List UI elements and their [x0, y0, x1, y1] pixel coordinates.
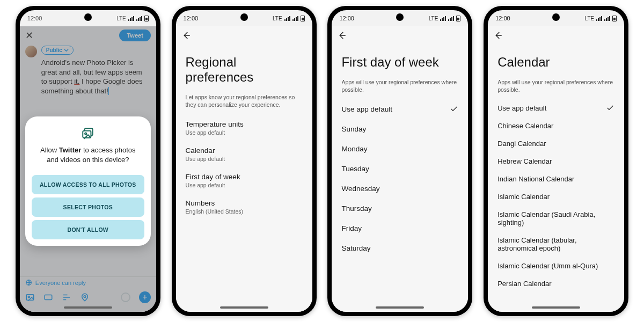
status-time: 12:00: [27, 15, 42, 21]
option-list: Use app defaultSundayMondayTuesdayWednes…: [332, 98, 468, 258]
permission-title-app: Twitter: [59, 146, 82, 154]
option-label: Chinese Calendar: [497, 122, 553, 130]
camera-notch: [552, 13, 560, 21]
status-net: LTE: [116, 16, 126, 21]
gesture-bar[interactable]: [532, 306, 580, 309]
status-right: LTE: [429, 16, 461, 21]
status-net: LTE: [429, 16, 438, 21]
signal-icon: [596, 16, 602, 21]
option-label: Islamic Calendar (tabular, astronomical …: [497, 236, 614, 252]
option-row[interactable]: Indian National Calendar: [488, 170, 624, 188]
option-label: Indian National Calendar: [497, 175, 574, 183]
back-button[interactable]: [176, 26, 312, 42]
back-button[interactable]: [488, 26, 624, 42]
check-icon: [606, 104, 614, 112]
setting-item-numbers[interactable]: Numbers English (United States): [176, 194, 312, 220]
page-subtitle: Apps will use your regional preferences …: [488, 78, 624, 98]
screen-2: 12:00 LTE Regional preferences Let apps …: [176, 10, 312, 312]
option-row[interactable]: Wednesday: [332, 179, 468, 199]
phone-4: 12:00 LTE Calendar Apps will use your re…: [484, 6, 628, 316]
option-row[interactable]: Islamic Calendar (Umm al-Qura): [488, 257, 624, 275]
option-label: Sunday: [341, 125, 366, 133]
arrow-back-icon: [337, 31, 347, 40]
signal-icon: [440, 16, 446, 21]
signal-icon: [128, 16, 134, 21]
setting-label: Temperature units: [186, 120, 303, 128]
page-title: Calendar: [488, 42, 624, 78]
option-row[interactable]: Use app default: [332, 99, 468, 119]
option-row[interactable]: Tuesday: [332, 159, 468, 179]
setting-item-temperature[interactable]: Temperature units Use app default: [176, 115, 312, 141]
battery-icon: [301, 16, 305, 21]
signal-icon: [284, 16, 290, 21]
option-label: Saturday: [341, 244, 370, 252]
option-row[interactable]: Chinese Calendar: [488, 117, 624, 135]
signal-icon-2: [448, 16, 454, 21]
screen-4: 12:00 LTE Calendar Apps will use your re…: [488, 10, 624, 312]
dont-allow-button[interactable]: DON'T ALLOW: [32, 220, 144, 239]
option-row[interactable]: Dangi Calendar: [488, 135, 624, 152]
option-label: Wednesday: [341, 185, 379, 193]
setting-item-calendar[interactable]: Calendar Use app default: [176, 141, 312, 167]
page-subtitle: Let apps know your regional preferences …: [176, 93, 312, 113]
page-subtitle: Apps will use your regional preferences …: [332, 78, 468, 98]
setting-value: Use app default: [186, 129, 303, 136]
option-row[interactable]: Friday: [332, 218, 468, 238]
settings-list: Temperature units Use app default Calend…: [176, 113, 312, 220]
setting-value: Use app default: [186, 182, 303, 188]
option-row[interactable]: Monday: [332, 139, 468, 159]
status-net: LTE: [585, 16, 595, 21]
signal-icon-2: [604, 16, 610, 21]
option-label: Monday: [341, 145, 367, 153]
phone-2: 12:00 LTE Regional preferences Let apps …: [172, 6, 317, 316]
option-row[interactable]: Use app default: [488, 99, 624, 117]
battery-icon: [144, 16, 149, 21]
allow-all-button[interactable]: ALLOW ACCESS TO ALL PHOTOS: [32, 175, 144, 194]
page-title: Regional preferences: [176, 42, 312, 93]
camera-notch: [240, 13, 248, 21]
permission-title-part1: Allow: [40, 146, 59, 154]
option-row[interactable]: Islamic Calendar: [488, 188, 624, 206]
regional-preferences-screen: Regional preferences Let apps know your …: [176, 26, 312, 312]
option-label: Islamic Calendar (Umm al-Qura): [497, 262, 598, 270]
twitter-compose-screen: ✕ Tweet Public Android's new Photo Picke…: [20, 26, 156, 312]
setting-value: Use app default: [186, 156, 303, 162]
option-label: Tuesday: [341, 165, 369, 173]
camera-notch: [396, 13, 404, 21]
setting-label: First day of week: [186, 173, 303, 181]
gesture-bar[interactable]: [376, 306, 424, 309]
first-day-of-week-screen: First day of week Apps will use your reg…: [332, 26, 468, 312]
option-row[interactable]: Saturday: [332, 238, 468, 258]
status-time: 12:00: [184, 15, 199, 21]
gesture-bar[interactable]: [220, 306, 268, 309]
option-list: Use app defaultChinese CalendarDangi Cal…: [488, 98, 624, 292]
status-time: 12:00: [495, 15, 510, 21]
photos-stack-icon: [81, 126, 95, 140]
gesture-bar[interactable]: [64, 306, 112, 309]
option-label: Use app default: [341, 105, 392, 113]
option-label: Persian Calendar: [497, 280, 551, 288]
status-net: LTE: [273, 16, 282, 21]
signal-icon-2: [136, 16, 142, 21]
calendar-screen: Calendar Apps will use your regional pre…: [488, 26, 624, 312]
arrow-back-icon: [493, 31, 503, 40]
battery-icon: [612, 16, 617, 21]
setting-label: Calendar: [186, 147, 303, 155]
permission-dialog: Allow Twitter to access photos and video…: [25, 116, 151, 246]
status-right: LTE: [585, 16, 617, 21]
setting-item-first-day[interactable]: First day of week Use app default: [176, 167, 312, 194]
page-title: First day of week: [332, 42, 468, 78]
option-row[interactable]: Islamic Calendar (Saudi Arabia, sighting…: [488, 206, 624, 231]
select-photos-button[interactable]: SELECT PHOTOS: [32, 197, 144, 217]
screen-1: 12:00 LTE ✕ Tweet Public: [20, 10, 156, 312]
back-button[interactable]: [332, 26, 468, 42]
option-row[interactable]: Sunday: [332, 119, 468, 139]
camera-notch: [84, 13, 92, 21]
option-row[interactable]: Islamic Calendar (tabular, astronomical …: [488, 231, 624, 257]
option-row[interactable]: Hebrew Calendar: [488, 152, 624, 170]
permission-title: Allow Twitter to access photos and video…: [32, 145, 144, 172]
setting-label: Numbers: [186, 199, 303, 207]
option-row[interactable]: Thursday: [332, 199, 468, 218]
option-row[interactable]: Persian Calendar: [488, 275, 624, 292]
arrow-back-icon: [181, 31, 191, 40]
